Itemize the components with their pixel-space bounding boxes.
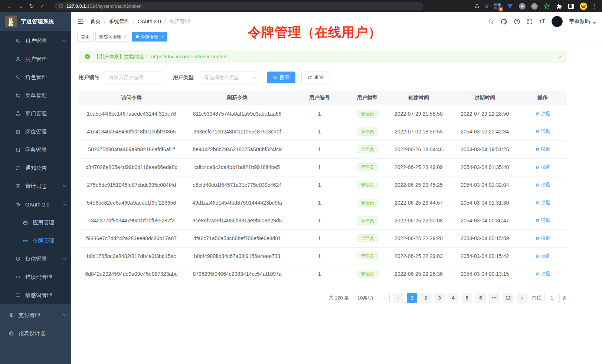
browser-menu-icon[interactable]: ⋮: [592, 3, 598, 10]
force-logout-label: 强退: [541, 217, 550, 224]
close-icon[interactable]: ×: [161, 34, 164, 39]
browser-reload-icon[interactable]: ↻: [27, 1, 36, 11]
force-logout-button[interactable]: 强退: [535, 235, 550, 242]
sidebar-item-audit-log[interactable]: 审计日志: [0, 177, 71, 195]
sidebar-item-menu[interactable]: 菜单管理: [0, 86, 71, 105]
site-info-icon[interactable]: [59, 4, 63, 9]
username[interactable]: 芋道源码: [569, 18, 590, 25]
breadcrumb-home[interactable]: 首页: [90, 18, 101, 25]
sidebar-item-sms[interactable]: 短信管理: [0, 250, 71, 268]
force-logout-button[interactable]: 强退: [535, 110, 550, 117]
puzzle-extension-icon[interactable]: [555, 3, 563, 10]
gem-extension-icon[interactable]: [506, 3, 514, 10]
filter-bar: 用户编号 用户类型 请选择用户类型 搜索 重置: [79, 72, 567, 83]
breadcrumb-oauth2[interactable]: OAuth 2.0: [138, 19, 161, 24]
alert-close-icon[interactable]: ×: [559, 53, 562, 60]
reset-button[interactable]: 重置: [301, 72, 330, 83]
goto-page-input[interactable]: [544, 293, 560, 303]
sidebar-item-dept[interactable]: 部门管理: [0, 105, 71, 123]
record-extension-icon[interactable]: [531, 3, 538, 10]
sidebar-item-notice[interactable]: 通知公告: [0, 159, 71, 177]
search-button[interactable]: 搜索: [267, 72, 295, 83]
sidebar-menu-group: 租户管理 用户管理 角色管理 菜单管理 部门管理: [0, 31, 71, 304]
table-row: b0d1785bc3a8482f812db4a3f3bd15ec b0df498…: [79, 247, 567, 265]
sidebar-item-sensitive-word[interactable]: 敏感词管理: [0, 286, 71, 304]
bookmark-star-icon[interactable]: ☆: [484, 3, 489, 10]
force-logout-button[interactable]: 强退: [535, 199, 550, 206]
sidebar-item-report-designer[interactable]: 报表设计器: [0, 324, 71, 343]
star-extension-icon[interactable]: [543, 3, 550, 10]
admin-badge: 管理员: [357, 145, 378, 153]
browser-back-icon[interactable]: ←: [4, 1, 14, 11]
breadcrumb-current: 令牌管理: [169, 18, 190, 25]
sidebar-item-oauth2[interactable]: OAuth 2.0: [0, 195, 71, 214]
github-icon[interactable]: [500, 18, 507, 25]
share-icon[interactable]: [474, 3, 480, 9]
page-button-3[interactable]: 3: [434, 293, 445, 303]
force-logout-button[interactable]: 强退: [535, 271, 550, 277]
force-logout-button[interactable]: 强退: [535, 128, 550, 135]
force-logout-button[interactable]: 强退: [535, 164, 550, 171]
browser-forward-icon[interactable]: →: [16, 1, 25, 11]
sidebar-item-role[interactable]: 角色管理: [0, 68, 71, 86]
asterisk-extension-icon[interactable]: [518, 3, 526, 10]
comment-icon: [15, 165, 21, 171]
sidebar-item-post[interactable]: 岗位管理: [0, 123, 71, 141]
user-type-select[interactable]: 请选择用户类型: [200, 72, 260, 83]
sidebar-item-oauth2-token[interactable]: 令牌管理: [0, 232, 71, 250]
search-icon[interactable]: [488, 19, 494, 25]
sidebar-item-user[interactable]: 用户管理: [0, 50, 71, 68]
emoji-extension-icon[interactable]: [580, 3, 587, 10]
user-id-input[interactable]: [104, 72, 164, 83]
font-size-icon[interactable]: TT: [539, 18, 545, 25]
address-bar[interactable]: 127.0.0.1:1024/system/oauth2/token: [54, 2, 423, 10]
page-button-5[interactable]: 5: [462, 293, 472, 303]
fullscreen-icon[interactable]: [527, 19, 533, 25]
sidebar-item-pay[interactable]: ¥ 支付管理: [0, 306, 71, 324]
access-token-cell: 41c41346a548490f9dc8b01c6bfe0865: [79, 123, 184, 140]
tag-home[interactable]: 首页: [77, 32, 94, 42]
page-button-2[interactable]: 2: [421, 293, 431, 303]
help-icon[interactable]: [514, 18, 520, 25]
browser-home-icon[interactable]: ⌂: [38, 1, 48, 11]
side-panel-icon[interactable]: [567, 3, 575, 10]
more-pages-button[interactable]: •••: [489, 293, 500, 303]
force-logout-button[interactable]: 强退: [535, 253, 550, 259]
next-page-button[interactable]: ›: [517, 293, 527, 303]
expires-at-cell: 2054-03-04 19:51:25: [451, 140, 518, 158]
sidebar-item-error-code[interactable]: 错误码管理: [0, 268, 71, 286]
refresh-token-cell: cdfc4ce9c2da4bb1bdf21b9918ff4be5: [184, 158, 290, 176]
page-button-12[interactable]: 12: [503, 293, 513, 303]
user-type-label: 用户类型: [173, 74, 194, 81]
force-logout-button[interactable]: 强退: [535, 217, 550, 224]
screen: ← → ↻ ⌂ 127.0.0.1:1024/system/oauth2/tok…: [0, 0, 602, 364]
shield-check-icon: [15, 256, 21, 262]
prev-page-button[interactable]: ‹: [393, 293, 403, 303]
tag-sensitive-word[interactable]: 敏感词管理 ×: [95, 32, 130, 42]
force-logout-label: 强退: [541, 199, 550, 206]
tag-oauth2-token[interactable]: 令牌管理 ×: [132, 32, 167, 42]
app-logo[interactable]: 芋道管理系统: [0, 12, 71, 31]
tree-icon: [15, 93, 21, 98]
sidebar-collapse-icon[interactable]: [77, 18, 84, 25]
page-button-4[interactable]: 4: [448, 293, 458, 303]
pixel-extension-icon[interactable]: 9: [494, 3, 501, 10]
goto-label: 前往: [532, 295, 542, 301]
chevron-down-icon[interactable]: [593, 22, 596, 24]
doc-link[interactable]: https://doc.iocoder.cn/user-center/: [151, 54, 227, 59]
col-actions: 操作: [518, 91, 567, 105]
page-button-1[interactable]: 1: [407, 293, 417, 303]
sidebar-item-tenant[interactable]: 租户管理: [0, 32, 71, 50]
close-icon[interactable]: ×: [124, 34, 127, 39]
page-size-select[interactable]: 10条/页: [354, 293, 390, 303]
force-logout-button[interactable]: 强退: [535, 182, 550, 188]
avatar[interactable]: [552, 16, 563, 27]
sidebar-item-oauth2-app[interactable]: 应用管理: [0, 214, 71, 232]
reset-button-label: 重置: [314, 74, 324, 81]
sidebar-item-dict[interactable]: 字典管理: [0, 141, 71, 159]
force-logout-button[interactable]: 强退: [535, 146, 550, 153]
page-button-6[interactable]: 6: [475, 293, 486, 303]
sidebar-item-label: OAuth 2.0: [25, 202, 49, 208]
breadcrumb-system[interactable]: 系统管理: [109, 18, 130, 25]
actions-cell: 强退: [518, 105, 567, 123]
